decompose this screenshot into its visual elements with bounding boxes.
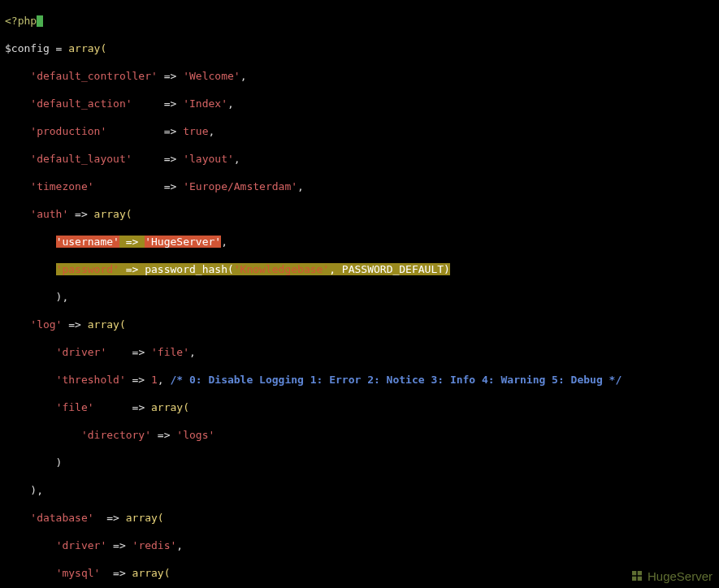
code-line: 'mysql' => array( bbox=[5, 566, 719, 580]
highlight-password: 'password' => password_hash('Knowledgeba… bbox=[56, 263, 450, 275]
code-line: 'default_action' => 'Index', bbox=[5, 97, 719, 110]
code-line: 'file' => array( bbox=[5, 400, 719, 414]
code-line: 'password' => password_hash('Knowledgeba… bbox=[5, 262, 719, 276]
cursor bbox=[37, 15, 43, 27]
code-line: <?php bbox=[5, 14, 719, 28]
logo-icon bbox=[630, 569, 644, 583]
code-line: ), bbox=[5, 483, 719, 497]
code-line: 'username' => 'HugeServer', bbox=[5, 235, 719, 249]
php-open-tag: <?php bbox=[5, 15, 37, 27]
code-line: 'log' => array( bbox=[5, 318, 719, 331]
code-line: ) bbox=[5, 456, 719, 469]
code-line: 'auth' => array( bbox=[5, 207, 719, 221]
code-line: $config = array( bbox=[5, 41, 719, 55]
hugeserver-logo: HugeServer bbox=[630, 569, 713, 583]
code-line: 'driver' => 'redis', bbox=[5, 538, 719, 552]
code-line: 'database' => array( bbox=[5, 511, 719, 525]
code-editor: <?php $config = array( 'default_controll… bbox=[0, 0, 719, 588]
code-line: ), bbox=[5, 290, 719, 304]
code-line: 'driver' => 'file', bbox=[5, 345, 719, 359]
code-line: 'default_controller' => 'Welcome', bbox=[5, 69, 719, 83]
code-line: 'directory' => 'logs' bbox=[5, 428, 719, 442]
highlight-username: 'username' => 'HugeServer' bbox=[56, 236, 222, 248]
code-line: 'threshold' => 1, /* 0: Disable Logging … bbox=[5, 373, 719, 387]
code-line: 'production' => true, bbox=[5, 124, 719, 138]
logo-text: HugeServer bbox=[648, 569, 713, 583]
code-line: 'timezone' => 'Europe/Amsterdam', bbox=[5, 179, 719, 193]
code-line: 'default_layout' => 'layout', bbox=[5, 152, 719, 166]
